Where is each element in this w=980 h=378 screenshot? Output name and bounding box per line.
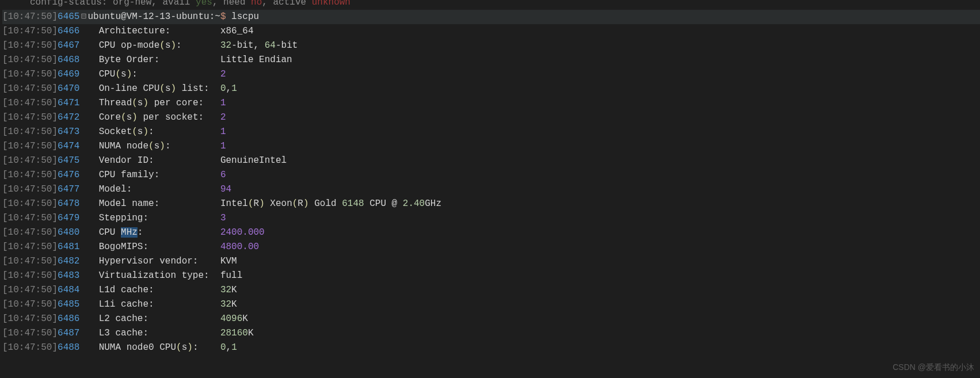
output-line: [10:47:50] 6474 NUMA node(s): 1 xyxy=(2,139,980,154)
output-line: [10:47:50] 6466 Architecture: x86_64 xyxy=(2,24,980,39)
output-line: [10:47:50] 6469 CPU(s): 2 xyxy=(2,67,980,82)
output-line: [10:47:50] 6487 L3 cache: 28160K xyxy=(2,326,980,341)
output-line: [10:47:50] 6467 CPU op-mode(s): 32-bit, … xyxy=(2,39,980,53)
output-line: [10:47:50] 6471 Thread(s) per core: 1 xyxy=(2,96,980,110)
output-line: [10:47:50] 6479 Stepping: 3 xyxy=(2,211,980,226)
output-line: [10:47:50] 6485 L1i cache: 32K xyxy=(2,297,980,312)
watermark: CSDN @爱看书的小沐 xyxy=(893,360,974,375)
output-line: [10:47:50] 6475 Vendor ID: GenuineIntel xyxy=(2,154,980,168)
output-line: [10:47:50] 6486 L2 cache: 4096K xyxy=(2,312,980,326)
output-line: [10:47:50] 6478 Model name: Intel(R) Xeo… xyxy=(2,197,980,211)
output-line: config-status: org-new, avail yes, need … xyxy=(2,0,980,10)
output-line: [10:47:50] 6481 BogoMIPS: 4800.00 xyxy=(2,240,980,254)
output-line: [10:47:50] 6476 CPU family: 6 xyxy=(2,168,980,182)
output-line: [10:47:50] 6480 CPU MHz: 2400.000 xyxy=(2,226,980,240)
output-line: [10:47:50] 6470 On-line CPU(s) list: 0,1 xyxy=(2,82,980,96)
terminal-output[interactable]: config-status: org-new, avail yes, need … xyxy=(0,0,980,355)
output-line: [10:47:50] 6488 NUMA node0 CPU(s): 0,1 xyxy=(2,341,980,355)
output-line: [10:47:50] 6473 Socket(s): 1 xyxy=(2,125,980,139)
output-line: [10:47:50] 6484 L1d cache: 32K xyxy=(2,283,980,297)
output-line: [10:47:50] 6468 Byte Order: Little Endia… xyxy=(2,53,980,67)
output-line: [10:47:50] 6472 Core(s) per socket: 2 xyxy=(2,110,980,125)
prompt-line: [10:47:50] 6465 ⊟ ubuntu@VM-12-13-ubuntu… xyxy=(2,10,980,24)
output-line: [10:47:50] 6483 Virtualization type: ful… xyxy=(2,269,980,283)
output-line: [10:47:50] 6477 Model: 94 xyxy=(2,182,980,197)
output-line: [10:47:50] 6482 Hypervisor vendor: KVM xyxy=(2,254,980,269)
